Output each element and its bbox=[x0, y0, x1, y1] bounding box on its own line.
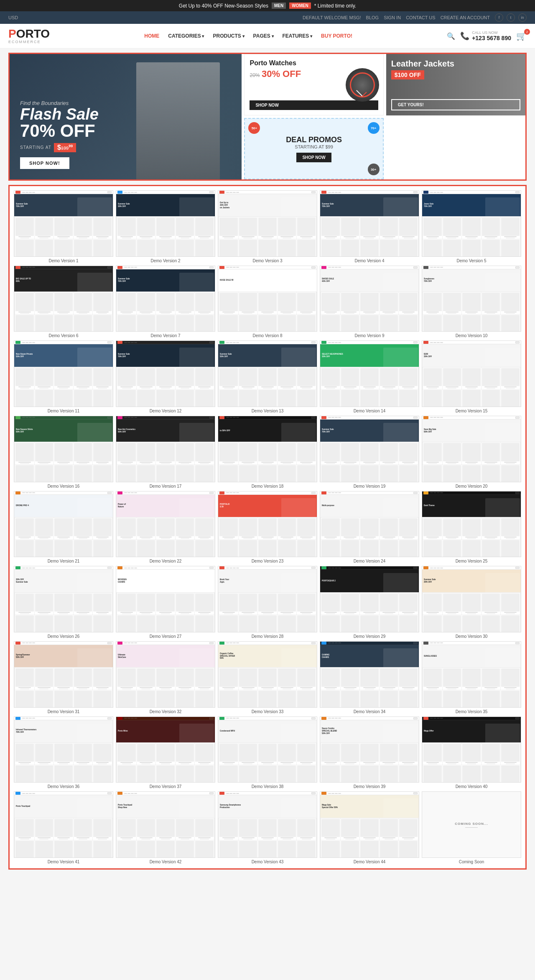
demo-item-3[interactable]: Get Up to30% OFFon Jackets bbox=[218, 190, 317, 263]
demo-item-23[interactable]: PORTOLIO$ 39 bbox=[218, 491, 317, 564]
instagram-icon[interactable]: in bbox=[518, 13, 527, 22]
demo-thumb-4: Summer Sale70% OFF bbox=[320, 190, 419, 257]
demo-inner-30: Summer Sale30% OFF bbox=[422, 566, 521, 632]
demo-item-10[interactable]: Sunglasses70% OFF bbox=[422, 266, 521, 338]
demo-item-12[interactable]: Summer Sale70% OFF bbox=[116, 340, 215, 413]
demo-item-19[interactable]: Summer Sale70% OFF bbox=[320, 416, 419, 489]
demo-item-21[interactable]: DRONE PRO 4 bbox=[14, 491, 113, 564]
demo-item-11[interactable]: New Steam Private50% OFF bbox=[14, 340, 113, 413]
demo-item-8[interactable]: HUGE SALE 50 bbox=[218, 266, 317, 338]
leather-title: Leather Jackets bbox=[391, 59, 520, 69]
tag-men[interactable]: MEN bbox=[272, 3, 286, 9]
search-icon[interactable]: 🔍 bbox=[447, 32, 455, 40]
demo-label-40: Demo Version 40 bbox=[456, 784, 488, 789]
nav-features[interactable]: FEATURES bbox=[279, 31, 316, 41]
demo-thumb-27: WOODENCHAIRS bbox=[116, 566, 215, 632]
demo-inner-25: Dark Theme bbox=[422, 491, 521, 557]
demo-item-26[interactable]: 30% OFFSummer Sale bbox=[14, 566, 113, 639]
nav-pages[interactable]: PAGES bbox=[250, 31, 277, 41]
demo-item-2[interactable]: Summer Sale30% OFF bbox=[116, 190, 215, 263]
demo-item-15[interactable]: $19930% OFF bbox=[422, 340, 521, 413]
demo-inner-44: Mega SaleSpecial Offer 50% bbox=[320, 792, 419, 857]
demo-item-42[interactable]: Porto TouchpadShop Now bbox=[116, 791, 215, 864]
demo-inner-5: Jeans Sale70% OFF bbox=[422, 191, 521, 256]
demo-item-36[interactable]: Infrared Thermometers70% OFF bbox=[14, 716, 113, 789]
demo-label-14: Demo Version 14 bbox=[354, 409, 386, 413]
demo-inner-29: PORTOGEAR 2 bbox=[320, 566, 419, 632]
demo-label-coming-soon: Coming Soon bbox=[459, 860, 484, 864]
demo-item-4[interactable]: Summer Sale70% OFF bbox=[320, 190, 419, 263]
demo-inner-3: Get Up to30% OFFon Jackets bbox=[218, 191, 317, 256]
demo-label-42: Demo Version 42 bbox=[150, 860, 182, 864]
announcement-text: Get Up to 40% OFF New-Season Styles bbox=[179, 3, 268, 9]
demo-label-3: Demo Version 3 bbox=[252, 258, 282, 263]
demo-item-5[interactable]: Jeans Sale70% OFF bbox=[422, 190, 521, 263]
demo-item-20[interactable]: Save Big Sale50% OFF bbox=[422, 416, 521, 489]
demo-label-10: Demo Version 10 bbox=[456, 333, 488, 338]
demo-item-40[interactable]: Mega Offer bbox=[422, 716, 521, 789]
blog-link[interactable]: BLOG bbox=[366, 15, 379, 20]
demo-item-27[interactable]: WOODENCHAIRS bbox=[116, 566, 215, 639]
leather-btn[interactable]: GET YOURS! bbox=[391, 99, 520, 110]
demo-thumb-23: PORTOLIO$ 39 bbox=[218, 491, 317, 558]
demo-item-43[interactable]: Samsung SmartphonesProduction bbox=[218, 791, 317, 864]
deals-btn[interactable]: SHOP NOW bbox=[296, 153, 331, 162]
demo-item-6[interactable]: BIG SALE UP TO80% bbox=[14, 266, 113, 338]
demo-item-30[interactable]: Summer Sale30% OFF bbox=[422, 566, 521, 639]
twitter-icon[interactable]: t bbox=[507, 13, 515, 22]
nav-categories[interactable]: CATEGORIES bbox=[165, 31, 207, 41]
demo-item-13[interactable]: Summer Sale50% OFF bbox=[218, 340, 317, 413]
nav-home[interactable]: HOME bbox=[141, 31, 163, 41]
demo-item-22[interactable]: Power ofNature bbox=[116, 491, 215, 564]
demo-label-30: Demo Version 30 bbox=[456, 634, 488, 639]
nav-products[interactable]: PRODUCTS bbox=[209, 31, 247, 41]
demo-thumb-11: New Steam Private50% OFF bbox=[14, 340, 113, 407]
cart-button[interactable]: 🛒 2 bbox=[516, 31, 527, 41]
demo-label-28: Demo Version 28 bbox=[252, 634, 284, 639]
demo-item-17[interactable]: New Hot Cosmetics50% OFF bbox=[116, 416, 215, 489]
demo-thumb-40: Mega Offer bbox=[422, 716, 521, 783]
demo-inner-15: $19930% OFF bbox=[422, 341, 521, 407]
demo-inner-7: Summer Sale70% OFF bbox=[116, 266, 215, 332]
nav-links: HOME CATEGORIES PRODUCTS PAGES FEATURES … bbox=[141, 31, 356, 41]
demo-item-18[interactable]: to 50% OFF bbox=[218, 416, 317, 489]
currency-selector[interactable]: USD bbox=[8, 15, 18, 20]
watches-off: 30% OFF bbox=[262, 69, 301, 79]
demo-item-39[interactable]: Sauce ComboSPECIAL BLEND50% OFF bbox=[320, 716, 419, 789]
demo-item-38[interactable]: Condensed WFH bbox=[218, 716, 317, 789]
coming-soon-text: COMING SOON... bbox=[455, 822, 488, 826]
demo-item-35[interactable]: SUNGLASSES bbox=[422, 641, 521, 714]
hero-shop-btn[interactable]: SHOP NOW! bbox=[20, 157, 69, 169]
tag-women[interactable]: WOMEN bbox=[289, 3, 311, 9]
demo-item-25[interactable]: Dark Theme bbox=[422, 491, 521, 564]
announcement-bar: Get Up to 40% OFF New-Season Styles MEN … bbox=[0, 0, 535, 11]
demo-item-44[interactable]: Mega SaleSpecial Offer 50% bbox=[320, 791, 419, 864]
demo-label-35: Demo Version 35 bbox=[456, 709, 488, 714]
demo-item-24[interactable]: Multi-purpose bbox=[320, 491, 419, 564]
signin-link[interactable]: SIGN IN bbox=[384, 15, 401, 20]
deals-sub: STARTING AT $99 bbox=[295, 144, 333, 149]
demo-inner-14: SELECT HEADPHONES30% OFF bbox=[320, 341, 419, 407]
demo-inner-6: BIG SALE UP TO80% bbox=[14, 266, 113, 332]
demo-item-32[interactable]: UltimateSkinCare bbox=[116, 641, 215, 714]
contact-link[interactable]: CONTACT US bbox=[406, 15, 436, 20]
demo-label-12: Demo Version 12 bbox=[150, 409, 182, 413]
hero-main-banner: Find the Boundaries Flash Sale 70% OFF S… bbox=[10, 54, 242, 179]
demo-item-33[interactable]: Organic CoffeeSPECIAL OFFER50% bbox=[218, 641, 317, 714]
nav-buy[interactable]: BUY PORTO! bbox=[318, 31, 356, 41]
demo-item-34[interactable]: GAMINGCHAIRS bbox=[320, 641, 419, 714]
logo[interactable]: PORTO eCommerce bbox=[8, 28, 50, 44]
demo-item-28[interactable]: Book YourAppt. bbox=[218, 566, 317, 639]
demo-item-31[interactable]: Spring/Summer50% OFF bbox=[14, 641, 113, 714]
facebook-icon[interactable]: f bbox=[495, 13, 503, 22]
demo-item-37[interactable]: Porto Wine bbox=[116, 716, 215, 789]
watches-btn[interactable]: SHOP NOW bbox=[250, 100, 378, 110]
demo-item-41[interactable]: Porto Touchpad bbox=[14, 791, 113, 864]
demo-item-9[interactable]: SHOES SALE40% OFF bbox=[320, 266, 419, 338]
demo-item-1[interactable]: Summer Sale70% OFF bbox=[14, 190, 113, 263]
demo-item-29[interactable]: PORTOGEAR 2 bbox=[320, 566, 419, 639]
demo-item-16[interactable]: New Season Shirts50% OFF bbox=[14, 416, 113, 489]
demo-item-14[interactable]: SELECT HEADPHONES30% OFF bbox=[320, 340, 419, 413]
demo-item-7[interactable]: Summer Sale70% OFF bbox=[116, 266, 215, 338]
create-account-link[interactable]: CREATE AN ACCOUNT bbox=[441, 15, 490, 20]
